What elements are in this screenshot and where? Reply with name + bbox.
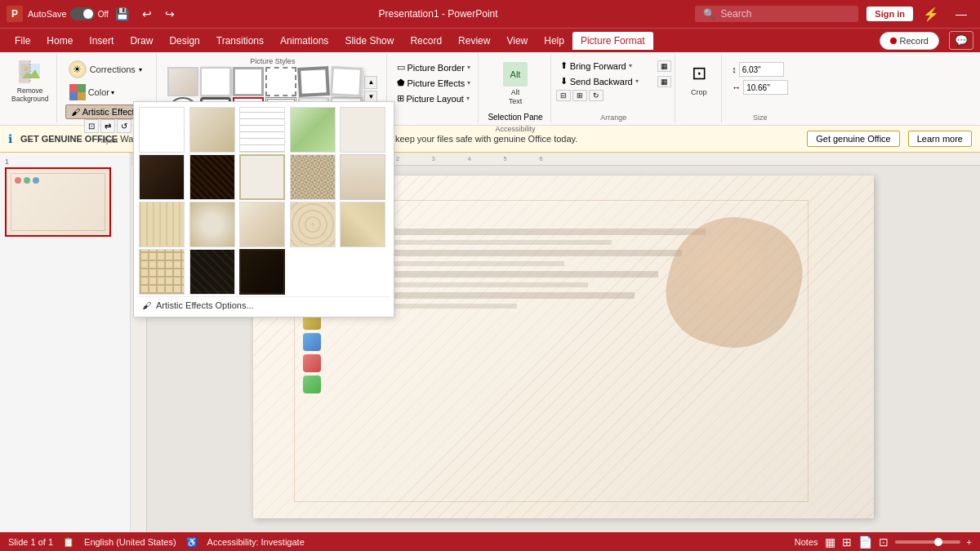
style-thumb-3[interactable] — [233, 67, 264, 96]
menu-design[interactable]: Design — [161, 32, 207, 50]
record-label: Record — [900, 36, 929, 46]
style-thumb-5[interactable] — [297, 66, 330, 97]
svg-rect-8 — [78, 92, 86, 100]
minimize-button[interactable]: — — [949, 6, 973, 22]
ribbon-group-accessibility: Alt AltText Selection Pane Accessibility — [480, 54, 550, 123]
notes-button[interactable]: Notes — [795, 537, 818, 547]
svg-rect-3 — [19, 60, 30, 83]
ae-grid — [137, 105, 390, 296]
slide-1-thumb[interactable] — [5, 167, 111, 237]
ae-line-drawing[interactable] — [239, 107, 285, 153]
ae-pencil-sketch[interactable] — [189, 107, 235, 153]
menu-picture-format[interactable]: Picture Format — [572, 32, 653, 50]
ae-options-row[interactable]: 🖌 Artistic Effects Options... — [137, 296, 390, 313]
zoom-knob — [934, 538, 942, 546]
menu-file[interactable]: File — [7, 32, 38, 50]
status-right: Notes ▦ ⊞ 📄 ⊡ + — [795, 535, 972, 549]
picture-layout-chevron: ▾ — [466, 95, 470, 102]
normal-view[interactable]: ▦ — [825, 535, 835, 549]
ae-dark3[interactable] — [239, 249, 285, 295]
info-bold: GET GENUINE OFFICE — [20, 134, 118, 144]
ae-watercolor[interactable] — [290, 107, 336, 153]
color-button[interactable]: Color ▾ — [65, 82, 150, 103]
info-icon: ℹ — [8, 132, 12, 145]
comment-button[interactable]: 💬 — [949, 31, 973, 50]
ae-beige1[interactable] — [340, 154, 385, 200]
crop-button[interactable]: ⊡ Crop — [681, 56, 717, 100]
ae-dark2[interactable] — [189, 154, 235, 200]
send-backward-split[interactable]: ▦ — [657, 76, 671, 87]
picture-layout-button[interactable]: ⊞ Picture Layout ▾ — [393, 91, 475, 105]
svg-rect-5 — [69, 84, 78, 92]
send-backward-button[interactable]: ⬇ Send Backward ▾ — [556, 74, 656, 88]
autosave-toggle[interactable] — [70, 7, 95, 20]
remove-background-button[interactable]: RemoveBackground — [7, 56, 53, 106]
selection-pane-button[interactable]: Selection Pane — [483, 111, 546, 123]
menu-help[interactable]: Help — [536, 32, 572, 50]
ae-texture2[interactable] — [189, 202, 235, 247]
redo-icon[interactable]: ↪ — [165, 7, 175, 20]
selection-pane-row: Selection Pane — [483, 109, 546, 123]
menu-transitions[interactable]: Transitions — [208, 32, 272, 50]
style-thumb-6[interactable] — [330, 66, 363, 97]
ae-mosaic2[interactable] — [189, 249, 235, 295]
change-picture-button[interactable]: ⇄ — [100, 119, 115, 133]
corrections-button[interactable]: ☀ Corrections ▾ — [65, 59, 150, 80]
width-input[interactable] — [743, 80, 788, 95]
ae-mosaic1[interactable] — [139, 249, 185, 295]
reading-view[interactable]: 📄 — [858, 535, 872, 549]
style-thumb-4[interactable] — [265, 67, 296, 96]
menu-home[interactable]: Home — [38, 32, 81, 50]
sign-in-button[interactable]: Sign in — [866, 7, 913, 21]
bring-forward-button[interactable]: ⬆ Bring Forward ▾ — [556, 59, 656, 73]
ae-none[interactable] — [139, 107, 185, 153]
align-objects-button[interactable]: ⊟ — [556, 90, 571, 101]
search-box[interactable]: 🔍 Search — [695, 6, 858, 22]
learn-more-button[interactable]: Learn more — [908, 131, 972, 147]
ribbon-group-crop: ⊡ Crop Crop — [677, 54, 722, 123]
ae-texture4[interactable] — [290, 202, 336, 247]
ae-texture5[interactable] — [340, 202, 385, 247]
reset-picture-button[interactable]: ↺ — [117, 119, 131, 133]
menu-review[interactable]: Review — [450, 32, 498, 50]
corrections-icon: ☀ — [69, 60, 87, 78]
ae-dark1[interactable] — [139, 154, 185, 200]
style-thumb-1[interactable] — [167, 67, 198, 96]
get-genuine-office-button[interactable]: Get genuine Office — [807, 131, 900, 147]
save-icon[interactable]: 💾 — [115, 7, 129, 20]
share-icon[interactable]: ⚡ — [920, 5, 942, 24]
ae-texture3[interactable] — [239, 202, 285, 247]
slide-sorter-view[interactable]: ⊞ — [842, 535, 852, 549]
ae-chalk[interactable] — [340, 107, 385, 153]
ae-pattern1[interactable] — [290, 154, 336, 200]
gallery-scroll-up[interactable]: ▲ — [364, 76, 377, 89]
zoom-in[interactable]: + — [967, 537, 972, 547]
group-objects-button[interactable]: ⊞ — [572, 90, 587, 101]
height-input[interactable] — [739, 62, 784, 77]
menu-draw[interactable]: Draw — [122, 32, 161, 50]
bring-forward-split[interactable]: ▦ — [657, 60, 671, 72]
send-backward-row: ⬇ Send Backward ▾ ▦ — [556, 74, 671, 88]
ae-texture1[interactable] — [139, 202, 185, 247]
alt-text-button[interactable]: Alt AltText — [497, 59, 533, 109]
undo-icon[interactable]: ↩ — [142, 7, 152, 20]
rotate-objects-button[interactable]: ↻ — [589, 90, 604, 101]
ae-light1[interactable] — [239, 154, 285, 200]
presenter-view[interactable]: ⊡ — [879, 535, 889, 549]
record-button[interactable]: Record — [880, 32, 939, 50]
picture-border-button[interactable]: ▭ Picture Border ▾ — [393, 60, 475, 74]
menu-animations[interactable]: Animations — [272, 32, 336, 50]
picture-effects-icon: ⬟ — [397, 78, 405, 88]
zoom-slider[interactable] — [895, 540, 960, 544]
picture-effects-button[interactable]: ⬟ Picture Effects ▾ — [393, 76, 475, 90]
menu-view[interactable]: View — [498, 32, 536, 50]
menu-slideshow[interactable]: Slide Show — [336, 32, 402, 50]
menu-record[interactable]: Record — [402, 32, 450, 50]
menu-insert[interactable]: Insert — [81, 32, 122, 50]
compress-pictures-button[interactable]: ⊡ — [84, 119, 99, 133]
style-thumb-2[interactable] — [200, 67, 231, 96]
ribbon-group-size: ↕ ↔ Size — [724, 54, 797, 123]
picture-options-tools: ▭ Picture Border ▾ ⬟ Picture Effects ▾ ⊞… — [393, 56, 475, 105]
corrections-chevron: ▾ — [139, 66, 142, 73]
corrections-label: Corrections — [90, 64, 136, 74]
